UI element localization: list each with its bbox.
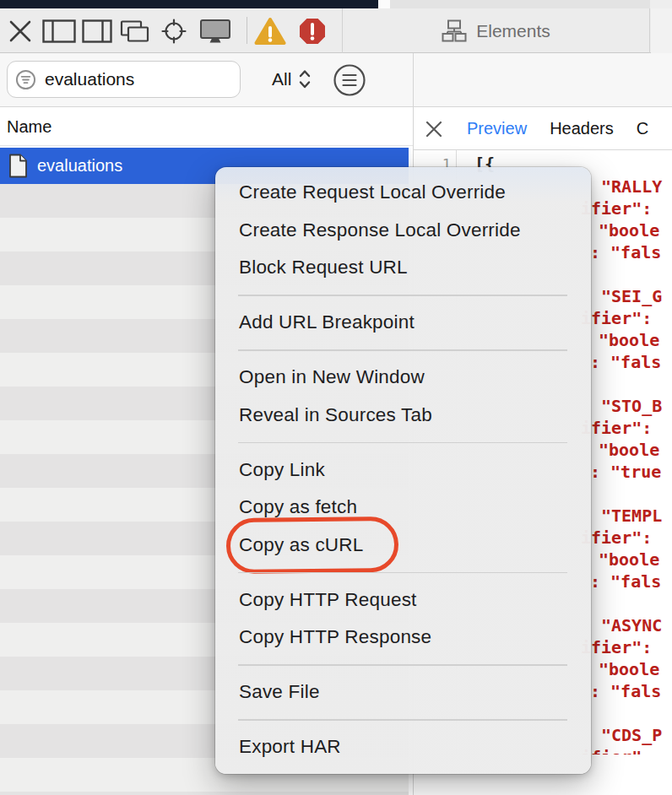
tab-cookies-clipped[interactable]: C: [637, 119, 648, 138]
page-header-strip: [0, 0, 378, 8]
warning-triangle-icon: [254, 17, 286, 46]
close-inspector-button[interactable]: [5, 8, 35, 53]
menu-item-copy-http-request[interactable]: Copy HTTP Request: [215, 581, 591, 619]
json-fragment: ifier":: [581, 746, 652, 754]
menu-item-copy-link[interactable]: Copy Link: [215, 452, 591, 489]
scope-select-value: All: [272, 69, 291, 89]
menu-separator: [215, 342, 591, 360]
json-fragment: "RALLY: [601, 176, 662, 197]
json-fragment: : "fals: [590, 680, 661, 702]
warnings-button[interactable]: [252, 8, 288, 53]
close-detail-button[interactable]: [425, 120, 443, 138]
screen-icon: [198, 18, 232, 44]
error-stop-icon: [299, 18, 326, 45]
cascade-windows-icon: [117, 19, 151, 44]
menu-item-open-in-new-window[interactable]: Open in New Window: [215, 359, 591, 397]
elements-hierarchy-icon: [442, 19, 467, 42]
filter-input[interactable]: evaluations: [7, 61, 241, 98]
json-fragment: "CDS_P: [601, 724, 662, 746]
tab-elements-label: Elements: [476, 21, 550, 41]
request-row-empty: [0, 792, 409, 795]
menu-separator: [215, 657, 591, 674]
sidebar-left-icon: [42, 19, 76, 43]
top-strip-right: [650, 0, 672, 8]
network-filter-bar: evaluations All: [0, 53, 672, 107]
menu-item-add-url-breakpoint[interactable]: Add URL Breakpoint: [215, 304, 591, 342]
json-fragment: "STO_B: [601, 395, 662, 417]
menu-item-block-request-url[interactable]: Block Request URL: [215, 249, 591, 287]
name-column-label: Name: [7, 117, 51, 137]
json-fragment: ifier":: [581, 527, 652, 549]
filter-circle-icon: [333, 63, 366, 97]
json-fragment: "boole: [599, 219, 659, 241]
json-fragment: : "fals: [590, 571, 661, 592]
dock-left-button[interactable]: [41, 8, 78, 53]
document-icon: [8, 154, 28, 178]
menu-item-copy-http-response[interactable]: Copy HTTP Response: [215, 619, 591, 657]
web-inspector-window: Elements evaluations All Name Preview He…: [0, 0, 672, 795]
context-menu: Create Request Local OverrideCreate Resp…: [215, 167, 591, 774]
tab-elements[interactable]: Elements: [342, 8, 650, 53]
filter-query-text: evaluations: [45, 69, 134, 89]
filter-options-button[interactable]: [333, 63, 366, 97]
top-strip-gray: [390, 0, 650, 8]
json-fragment: "boole: [599, 329, 659, 351]
json-fragment: "TEMPL: [601, 505, 662, 527]
tab-preview[interactable]: Preview: [467, 119, 527, 138]
json-fragment: ifier":: [581, 197, 652, 219]
close-icon: [8, 19, 33, 44]
menu-separator: [215, 287, 591, 305]
scope-select[interactable]: All: [272, 61, 312, 98]
resource-detail-tabbar: Preview Headers C: [413, 108, 672, 150]
undock-window-button[interactable]: [116, 8, 153, 53]
filter-icon: [15, 69, 36, 90]
element-picker-button[interactable]: [155, 8, 192, 53]
menu-item-create-request-local-override[interactable]: Create Request Local Override: [215, 174, 591, 212]
top-strip-light: [378, 0, 390, 8]
menu-separator: [215, 711, 591, 729]
next-tab-stub: [651, 8, 672, 53]
json-fragment: "boole: [599, 439, 659, 461]
name-column-header[interactable]: Name: [0, 108, 413, 146]
json-fragment: "boole: [599, 658, 659, 680]
json-fragment: : "fals: [590, 241, 661, 263]
json-fragment: "ASYNC: [601, 614, 662, 636]
inspector-toolbar: Elements: [0, 8, 672, 53]
menu-item-create-response-local-override[interactable]: Create Response Local Override: [215, 212, 591, 250]
dock-right-button[interactable]: [80, 8, 114, 53]
tab-headers[interactable]: Headers: [550, 119, 614, 138]
sidebar-right-icon: [82, 19, 112, 43]
close-icon: [425, 120, 443, 138]
json-fragment: ifier":: [581, 307, 652, 329]
device-settings-button[interactable]: [197, 8, 234, 53]
chevron-up-down-icon: [297, 68, 312, 91]
toolbar-divider: [247, 17, 247, 44]
errors-button[interactable]: [296, 8, 328, 53]
menu-item-reveal-in-sources-tab[interactable]: Reveal in Sources Tab: [215, 397, 591, 435]
json-fragment: ifier":: [581, 636, 652, 658]
json-fragment: "SEI_G: [601, 285, 662, 307]
request-name: evaluations: [37, 156, 122, 176]
json-fragment: : "fals: [590, 351, 661, 373]
menu-separator: [215, 434, 591, 452]
menu-item-copy-as-curl[interactable]: Copy as cURL: [215, 527, 591, 565]
menu-item-export-har[interactable]: Export HAR: [215, 728, 591, 766]
json-fragment: : "true: [590, 461, 661, 483]
json-fragment: "boole: [599, 549, 659, 571]
menu-separator: [215, 564, 591, 581]
target-crosshair-icon: [158, 18, 190, 45]
menu-item-save-file[interactable]: Save File: [215, 673, 591, 711]
json-fragment: ifier":: [581, 417, 652, 439]
